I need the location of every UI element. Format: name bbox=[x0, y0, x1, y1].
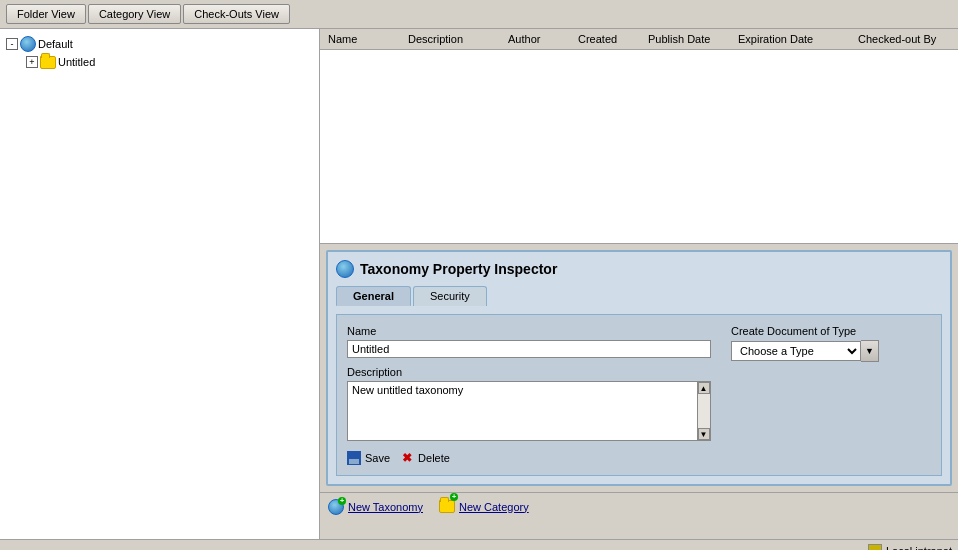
name-input[interactable] bbox=[347, 340, 711, 358]
right-panel: Name Description Author Created Publish … bbox=[320, 29, 958, 539]
tree-child-untitled: + Untitled bbox=[24, 53, 315, 71]
new-taxonomy-label: New Taxonomy bbox=[348, 501, 423, 513]
tab-folder-view[interactable]: Folder View bbox=[6, 4, 86, 24]
scrollbar-up-btn[interactable]: ▲ bbox=[698, 382, 710, 394]
inspector-title: Taxonomy Property Inspector bbox=[336, 260, 942, 278]
doc-type-select-wrapper: Choose a Type ▼ bbox=[731, 340, 931, 362]
new-category-icon bbox=[439, 500, 455, 513]
col-header-checkedout-by: Checked-out By bbox=[854, 31, 954, 47]
new-category-label: New Category bbox=[459, 501, 529, 513]
inspector-title-text: Taxonomy Property Inspector bbox=[360, 261, 557, 277]
toolbar: Folder View Category View Check-Outs Vie… bbox=[0, 0, 958, 29]
doc-type-dropdown-btn[interactable]: ▼ bbox=[861, 340, 879, 362]
col-header-author: Author bbox=[504, 31, 574, 47]
description-scrollbar: ▲ ▼ bbox=[698, 381, 712, 441]
delete-icon: ✖ bbox=[400, 451, 414, 465]
col-header-expiration-date: Expiration Date bbox=[734, 31, 854, 47]
description-field-label: Description bbox=[347, 366, 711, 378]
inspector-panel: Taxonomy Property Inspector General Secu… bbox=[326, 250, 952, 486]
tree-item-default[interactable]: - Default bbox=[4, 35, 315, 53]
new-category-button[interactable]: New Category bbox=[439, 500, 529, 513]
scrollbar-track bbox=[698, 394, 711, 428]
name-field-label: Name bbox=[347, 325, 711, 337]
inspector-tabs: General Security bbox=[336, 286, 942, 306]
description-textarea-wrapper: New untitled taxonomy ▲ ▼ bbox=[347, 381, 711, 441]
action-bar: Save ✖ Delete bbox=[347, 451, 711, 465]
save-button[interactable]: Save bbox=[347, 451, 390, 465]
tab-category-view[interactable]: Category View bbox=[88, 4, 181, 24]
save-label: Save bbox=[365, 452, 390, 464]
inspector-right-section: Create Document of Type Choose a Type ▼ bbox=[731, 325, 931, 465]
bottom-actions: New Taxonomy New Category bbox=[320, 492, 958, 520]
create-doc-type-label: Create Document of Type bbox=[731, 325, 931, 337]
content-area: Name Description Author Created Publish … bbox=[320, 29, 958, 244]
tree-expander-default[interactable]: - bbox=[6, 38, 18, 50]
col-header-name: Name bbox=[324, 31, 404, 47]
col-header-created: Created bbox=[574, 31, 644, 47]
tree-item-untitled[interactable]: + Untitled bbox=[24, 53, 315, 71]
status-bar: Local intranet bbox=[0, 539, 958, 550]
tree-label-default: Default bbox=[38, 38, 73, 50]
save-icon bbox=[347, 451, 361, 465]
inspector-globe-icon bbox=[336, 260, 354, 278]
doc-type-select[interactable]: Choose a Type bbox=[731, 341, 861, 361]
inspector-body: Name Description New untitled taxonomy ▲… bbox=[336, 314, 942, 476]
tab-security[interactable]: Security bbox=[413, 286, 487, 306]
inspector-left-section: Name Description New untitled taxonomy ▲… bbox=[347, 325, 711, 465]
column-headers: Name Description Author Created Publish … bbox=[320, 29, 958, 50]
tab-checkouts-view[interactable]: Check-Outs View bbox=[183, 4, 290, 24]
left-panel: - Default + Untitled bbox=[0, 29, 320, 539]
tree-expander-untitled[interactable]: + bbox=[26, 56, 38, 68]
main-layout: - Default + Untitled bbox=[0, 29, 958, 539]
tree-area: - Default + Untitled bbox=[0, 29, 319, 77]
folder-icon-untitled bbox=[40, 54, 56, 70]
delete-label: Delete bbox=[418, 452, 450, 464]
tab-general[interactable]: General bbox=[336, 286, 411, 306]
col-header-publish-date: Publish Date bbox=[644, 31, 734, 47]
status-label: Local intranet bbox=[886, 545, 952, 551]
col-header-description: Description bbox=[404, 31, 504, 47]
new-taxonomy-button[interactable]: New Taxonomy bbox=[328, 499, 423, 515]
scrollbar-down-btn[interactable]: ▼ bbox=[698, 428, 710, 440]
tree-label-untitled: Untitled bbox=[58, 56, 95, 68]
description-textarea[interactable]: New untitled taxonomy bbox=[347, 381, 698, 441]
new-taxonomy-icon bbox=[328, 499, 344, 515]
delete-button[interactable]: ✖ Delete bbox=[400, 451, 450, 465]
status-icon bbox=[868, 544, 882, 551]
globe-icon bbox=[20, 36, 36, 52]
